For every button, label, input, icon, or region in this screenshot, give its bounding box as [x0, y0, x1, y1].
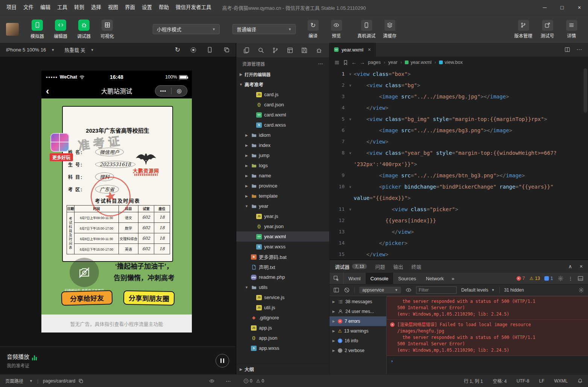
breadcrumb-item[interactable]: year	[388, 60, 397, 65]
file-item[interactable]: Scard.wxss	[236, 120, 329, 130]
file-item[interactable]: {}year.json	[236, 221, 329, 231]
clear-console-icon[interactable]	[344, 287, 350, 293]
menu-item[interactable]: 选择	[88, 0, 105, 15]
file-item[interactable]: {}app.json	[236, 333, 329, 343]
tab-year-wxml[interactable]: <> year.wxml ×	[330, 43, 376, 56]
breadcrumb-item[interactable]: view.box	[439, 60, 463, 65]
outline-section[interactable]: ▶ 大纲	[236, 364, 329, 374]
debugger-tab-终端[interactable]: 终端	[411, 263, 421, 270]
device-selector[interactable]: iPhone 5 100% 16 ▼	[6, 47, 55, 53]
action-branch[interactable]: 版本管理	[513, 20, 534, 39]
maximize-button[interactable]: □	[553, 0, 571, 15]
file-item[interactable]: ▼year	[236, 201, 329, 211]
file-item[interactable]: JSutil.js	[236, 302, 329, 313]
toolbar-toggle-grid[interactable]: 可视化	[96, 20, 118, 39]
more-games-badge[interactable]: 更多好玩	[50, 153, 73, 161]
status-cursor-position[interactable]: 行 1, 列 1	[464, 378, 483, 384]
file-item[interactable]: ▶province	[236, 181, 329, 191]
file-item[interactable]: JSyear.js	[236, 211, 329, 221]
back-arrow-icon[interactable]: ←	[351, 59, 357, 65]
fold-icon[interactable]: ∨	[347, 181, 354, 192]
problems-summary[interactable]: ×0 ⚠0	[244, 375, 264, 387]
file-item[interactable]: ▼utils	[236, 282, 329, 292]
console-filter-user[interactable]: ▶24 user mes...	[330, 307, 386, 316]
source-control-icon[interactable]	[272, 47, 279, 54]
console-sidebar-toggle-icon[interactable]	[333, 287, 339, 293]
error-count-badge[interactable]: ×7	[517, 276, 525, 281]
mode-select[interactable]: 小程序模式 ▼	[153, 24, 220, 34]
more-actions-icon[interactable]: ⋯	[226, 375, 231, 387]
page-path-label[interactable]: 页面路径	[5, 378, 23, 384]
bookmark-icon[interactable]	[343, 60, 348, 65]
close-button[interactable]: ×	[571, 0, 588, 15]
kebab-menu-icon[interactable]: ⋮	[568, 276, 573, 281]
file-item[interactable]: ◆.gitignore	[236, 313, 329, 323]
eye-icon[interactable]	[209, 378, 214, 384]
more-actions-icon[interactable]: ⋯	[576, 46, 582, 53]
record-icon[interactable]	[191, 47, 196, 53]
collapse-panel-icon[interactable]: ∧	[568, 263, 572, 269]
more-games-icon[interactable]	[50, 133, 69, 152]
action-layers[interactable]: 清缓存	[379, 20, 400, 39]
debugger-tab-输出[interactable]: 输出	[393, 263, 403, 270]
open-editors-section[interactable]: ▶ 打开的编辑器	[236, 69, 329, 79]
file-item[interactable]: 声明.txt	[236, 262, 329, 272]
toolbar-toggle-code[interactable]: 编辑器	[50, 20, 71, 39]
fold-icon[interactable]: ∨	[347, 68, 354, 80]
file-item[interactable]: ▶index	[236, 140, 329, 150]
forward-arrow-icon[interactable]: →	[360, 59, 365, 65]
menu-item[interactable]: 微信开发者工具	[172, 0, 215, 15]
exit-icon[interactable]: ◎	[172, 88, 187, 94]
file-item[interactable]: phpreadme.php	[236, 272, 329, 282]
files-icon[interactable]	[243, 47, 250, 54]
file-item[interactable]: B更多源码.bat	[236, 252, 329, 262]
menu-item[interactable]: 文件	[20, 0, 37, 15]
console-settings-icon[interactable]	[578, 287, 584, 293]
hot-reload-toggle[interactable]: 热重载 关 ▼	[64, 46, 94, 53]
toolbar-toggle-bug[interactable]: 调试器	[73, 20, 95, 39]
file-item[interactable]: JScard.js	[236, 89, 329, 100]
console-filter-warning[interactable]: ▶⚠13 warnings	[330, 326, 386, 336]
project-root-section[interactable]: ▼ 高考准考	[236, 79, 329, 89]
multi-window-icon[interactable]	[223, 47, 230, 53]
tab-overflow-icon[interactable]: »	[449, 273, 457, 284]
menu-item[interactable]: 界面	[122, 0, 138, 15]
search-icon[interactable]	[258, 47, 264, 54]
split-editor-icon[interactable]	[564, 47, 570, 53]
eye-icon[interactable]	[406, 287, 412, 293]
fold-icon[interactable]: ∨	[347, 80, 354, 91]
devtools-tab-console[interactable]: Console	[366, 273, 394, 284]
more-actions-icon[interactable]: ⋯	[318, 60, 323, 67]
breadcrumb-item[interactable]: pages	[368, 60, 381, 65]
share-friend-button[interactable]: 分享给好友	[61, 290, 113, 306]
issues-count-badge[interactable]: 1	[544, 276, 553, 281]
inspect-element-icon[interactable]	[330, 273, 343, 284]
status-encoding[interactable]: UTF-8	[517, 378, 529, 384]
gear-icon[interactable]	[558, 275, 564, 281]
fold-icon[interactable]: ∨	[347, 204, 354, 215]
file-item[interactable]: ▶jump	[236, 150, 329, 160]
devtools-tab-network[interactable]: Network	[421, 273, 449, 284]
page-path-value[interactable]: pages/card/card	[43, 378, 75, 384]
menu-item[interactable]: 项目	[3, 0, 20, 15]
file-item[interactable]: <>year.wxml	[236, 231, 329, 242]
action-phonebug[interactable]: 真机调试	[356, 20, 377, 39]
close-tab-icon[interactable]: ×	[368, 47, 371, 53]
debugger-tab-问题[interactable]: 问题	[375, 263, 385, 270]
file-item[interactable]: ▶idiom	[236, 130, 329, 140]
pause-button[interactable]	[216, 354, 229, 367]
file-item[interactable]: <>card.wxml	[236, 110, 329, 120]
user-avatar[interactable]	[6, 23, 19, 36]
device-frame-icon[interactable]	[207, 47, 213, 53]
status-indent-setting[interactable]: 空格: 4	[493, 378, 507, 384]
console-filter-verbose[interactable]: ▶·2 verbose	[330, 346, 386, 355]
layout-icon[interactable]	[287, 47, 293, 54]
action-menu[interactable]: 详情	[561, 20, 582, 39]
fold-icon[interactable]: ∨	[347, 113, 354, 125]
devtools-tab-wxml[interactable]: Wxml	[343, 273, 366, 284]
code-content[interactable]: 1∨<view class="box">2∨ <view class="bg">…	[330, 68, 588, 260]
menu-item[interactable]: 视图	[105, 0, 122, 15]
menu-icon[interactable]	[334, 60, 340, 65]
log-levels-select[interactable]: Default levels ▼	[461, 287, 495, 293]
package-icon[interactable]	[301, 47, 308, 54]
